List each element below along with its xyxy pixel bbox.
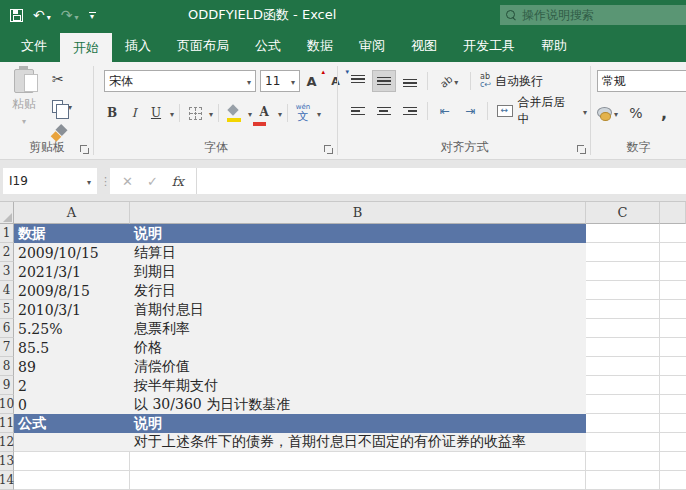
cell-a1[interactable]: 数据 — [14, 224, 130, 243]
cancel-icon[interactable] — [122, 174, 133, 189]
font-color-dropdown-icon[interactable] — [276, 106, 282, 120]
undo-icon[interactable] — [33, 8, 51, 22]
cell-c3[interactable] — [586, 262, 660, 281]
column-header-a[interactable]: A — [14, 202, 130, 224]
number-format-combo[interactable]: 常规 — [597, 70, 686, 92]
redo-icon[interactable] — [61, 8, 79, 22]
align-right-button[interactable] — [398, 100, 422, 122]
cell-c4[interactable] — [586, 281, 660, 300]
cell-c8[interactable] — [586, 357, 660, 376]
align-middle-button[interactable] — [372, 70, 396, 92]
cell-c5[interactable] — [586, 300, 660, 319]
comma-style-button[interactable]: , — [654, 102, 674, 124]
cell-a5[interactable]: 2010/3/1 — [14, 300, 130, 319]
cell-c7[interactable] — [586, 338, 660, 357]
cell-b5[interactable]: 首期付息日 — [130, 300, 586, 319]
tab-help[interactable]: 帮助 — [528, 30, 580, 62]
column-header-b[interactable]: B — [130, 202, 586, 224]
row-header[interactable]: 7 — [0, 338, 14, 357]
borders-button[interactable] — [185, 102, 205, 124]
align-left-button[interactable] — [346, 100, 370, 122]
underline-button[interactable]: U — [146, 102, 166, 124]
cell-c12[interactable] — [586, 433, 660, 452]
cell-b1[interactable]: 说明 — [130, 224, 586, 243]
fill-color-button[interactable] — [224, 102, 244, 124]
row-header[interactable]: 2 — [0, 243, 14, 262]
bold-button[interactable]: B — [102, 102, 122, 124]
column-header-c[interactable]: C — [586, 202, 660, 224]
row-header[interactable]: 9 — [0, 376, 14, 395]
borders-dropdown-icon[interactable] — [207, 106, 213, 120]
font-size-combo[interactable]: 11 — [260, 70, 300, 92]
font-color-button[interactable]: A — [254, 102, 274, 124]
cell-b2[interactable]: 结算日 — [130, 243, 586, 262]
cell-a8[interactable]: 89 — [14, 357, 130, 376]
percent-style-button[interactable]: % — [626, 102, 646, 124]
row-header[interactable]: 3 — [0, 262, 14, 281]
underline-dropdown-icon[interactable] — [168, 106, 174, 120]
cell-b12[interactable]: 对于上述条件下的债券，首期付息日不固定的有价证券的收益率 — [130, 433, 586, 452]
cell-c13[interactable] — [586, 452, 660, 471]
alignment-dialog-launcher-icon[interactable] — [577, 145, 587, 155]
customize-qat-icon[interactable] — [89, 12, 96, 19]
font-dialog-launcher-icon[interactable] — [324, 145, 334, 155]
column-header-d[interactable] — [660, 202, 686, 224]
cell-a10[interactable]: 0 — [14, 395, 130, 414]
phonetic-guide-button[interactable]: wén 文 — [293, 102, 313, 124]
cell-a7[interactable]: 85.5 — [14, 338, 130, 357]
cell-b13[interactable] — [130, 452, 586, 471]
row-header[interactable]: 10 — [0, 395, 14, 414]
cell-d2[interactable] — [660, 243, 686, 262]
tab-review[interactable]: 审阅 — [346, 30, 398, 62]
accounting-format-button[interactable] — [597, 102, 618, 124]
cell-d1[interactable] — [660, 224, 686, 243]
cell-d8[interactable] — [660, 357, 686, 376]
cell-b14[interactable] — [130, 471, 586, 490]
tab-data[interactable]: 数据 — [294, 30, 346, 62]
cell-c9[interactable] — [586, 376, 660, 395]
cell-b3[interactable]: 到期日 — [130, 262, 586, 281]
cell-d5[interactable] — [660, 300, 686, 319]
cell-d14[interactable] — [660, 471, 686, 490]
cell-d11[interactable] — [660, 414, 686, 433]
wrap-text-button[interactable]: abc↩ 自动换行 — [476, 70, 547, 92]
merge-center-button[interactable]: 合并后居中 — [493, 100, 591, 122]
cell-d7[interactable] — [660, 338, 686, 357]
tab-developer[interactable]: 开发工具 — [450, 30, 528, 62]
increase-indent-button[interactable]: ⇥ — [459, 100, 483, 122]
cell-d6[interactable] — [660, 319, 686, 338]
row-header[interactable]: 1 — [0, 224, 14, 243]
insert-function-icon[interactable]: fx — [172, 174, 184, 189]
cell-b11[interactable]: 说明 — [130, 414, 586, 433]
cut-button[interactable] — [48, 68, 92, 90]
cell-b6[interactable]: 息票利率 — [130, 319, 586, 338]
save-icon[interactable] — [10, 9, 23, 22]
row-header[interactable]: 4 — [0, 281, 14, 300]
cell-a9[interactable]: 2 — [14, 376, 130, 395]
tab-page-layout[interactable]: 页面布局 — [164, 30, 242, 62]
tab-home[interactable]: 开始 — [60, 33, 112, 62]
cell-d12[interactable] — [660, 433, 686, 452]
cell-d10[interactable] — [660, 395, 686, 414]
cell-c10[interactable] — [586, 395, 660, 414]
tab-formulas[interactable]: 公式 — [242, 30, 294, 62]
tell-me-search[interactable] — [500, 5, 686, 25]
cell-a13[interactable] — [14, 452, 130, 471]
cell-b7[interactable]: 价格 — [130, 338, 586, 357]
cell-b10[interactable]: 以 30/360 为日计数基准 — [130, 395, 586, 414]
cell-a2[interactable]: 2009/10/15 — [14, 243, 130, 262]
select-all-corner[interactable] — [0, 202, 14, 224]
phonetic-dropdown-icon[interactable] — [315, 106, 321, 120]
decrease-indent-button[interactable]: ⇤ — [433, 100, 457, 122]
cell-c11[interactable] — [586, 414, 660, 433]
enter-icon[interactable] — [147, 174, 158, 189]
font-name-combo[interactable]: 宋体 — [104, 70, 256, 92]
cell-a12[interactable] — [14, 433, 130, 452]
cell-a11[interactable]: 公式 — [14, 414, 130, 433]
align-center-button[interactable] — [372, 100, 396, 122]
cell-a6[interactable]: 5.25% — [14, 319, 130, 338]
cell-b4[interactable]: 发行日 — [130, 281, 586, 300]
cell-c6[interactable] — [586, 319, 660, 338]
fill-color-dropdown-icon[interactable] — [246, 106, 252, 120]
cell-b8[interactable]: 清偿价值 — [130, 357, 586, 376]
